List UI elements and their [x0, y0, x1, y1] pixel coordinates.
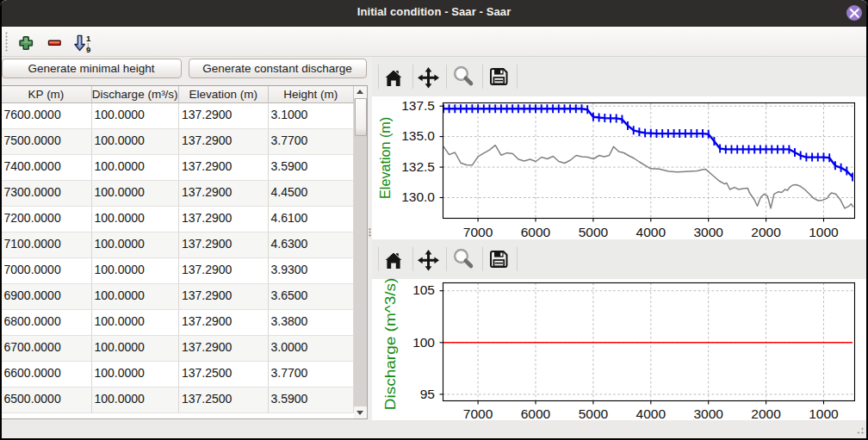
- svg-text:4000: 4000: [636, 225, 666, 239]
- svg-text:Discharge (m^3/s): Discharge (m^3/s): [383, 278, 398, 410]
- svg-text:1000: 1000: [809, 406, 839, 420]
- svg-text:2000: 2000: [751, 406, 781, 420]
- svg-text:100: 100: [412, 335, 435, 350]
- svg-text:1000: 1000: [809, 225, 839, 239]
- svg-text:6000: 6000: [520, 225, 550, 239]
- svg-text:135.0: 135.0: [401, 128, 435, 143]
- svg-text:2000: 2000: [751, 225, 781, 239]
- svg-text:3000: 3000: [693, 225, 723, 239]
- svg-text:5000: 5000: [578, 225, 608, 239]
- svg-text:1: 1: [86, 34, 91, 43]
- svg-text:3000: 3000: [693, 406, 723, 420]
- svg-text:137.5: 137.5: [401, 98, 435, 113]
- svg-text:6000: 6000: [520, 406, 550, 420]
- svg-text:7000: 7000: [462, 225, 493, 239]
- svg-text:95: 95: [419, 387, 434, 401]
- svg-text:105: 105: [412, 282, 435, 297]
- svg-text:7000: 7000: [462, 406, 493, 420]
- svg-text:132.5: 132.5: [401, 159, 435, 174]
- svg-text:4000: 4000: [636, 406, 666, 420]
- svg-text:5000: 5000: [578, 406, 608, 420]
- svg-text:130.0: 130.0: [401, 189, 435, 204]
- svg-text:Elevation (m): Elevation (m): [378, 117, 393, 199]
